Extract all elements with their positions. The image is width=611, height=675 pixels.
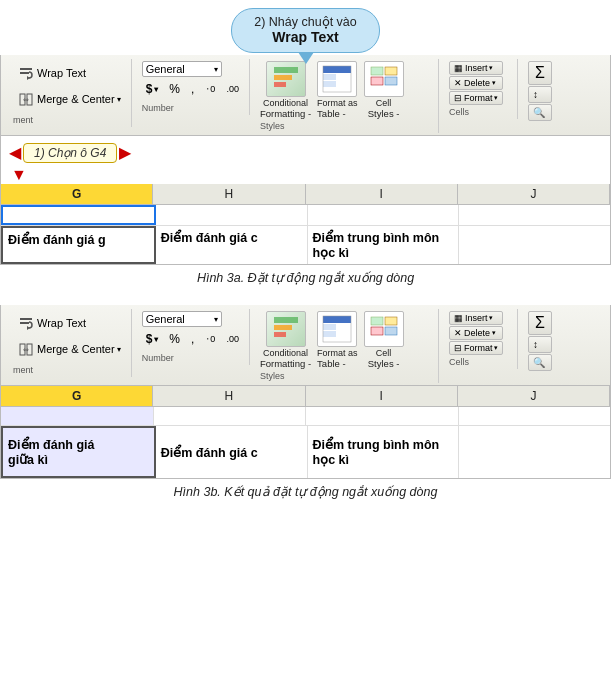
cell-styles-block[interactable]: Cell Styles - [364, 61, 404, 119]
bottom-number-format-dropdown[interactable]: General ▾ [142, 311, 222, 327]
format-button[interactable]: ⊟ Format ▾ [449, 91, 504, 105]
format-as-table-block[interactable]: Format as Table - [317, 61, 358, 119]
find-button[interactable]: 🔍 [528, 104, 552, 121]
dollar-dropdown[interactable]: ▾ [154, 85, 158, 94]
bottom-cell-G3[interactable] [1, 407, 154, 425]
cell-G3[interactable] [1, 205, 156, 225]
bottom-sheet-row2: Điểm đánh giá giữa kì Điểm đánh giá c Đi… [1, 426, 610, 478]
annotation-area: ◀ 1) Chọn ô G4 ▶ [9, 143, 131, 163]
cell-H4[interactable]: Điểm đánh giá c [156, 226, 308, 264]
bottom-cell-H3[interactable] [154, 407, 307, 425]
bottom-wrap-text-button[interactable]: Wrap Text [13, 311, 90, 335]
svg-rect-10 [323, 74, 336, 80]
bottom-delete-dropdown[interactable]: ▾ [492, 329, 496, 337]
merge-center-row: ⇔ Merge & Center ▾ [13, 87, 125, 111]
bottom-insert-button[interactable]: ▦ Insert ▾ [449, 311, 504, 325]
bottom-number-label: Number [142, 353, 174, 363]
sort-button[interactable]: ↕ [528, 86, 552, 103]
insert-dropdown[interactable]: ▾ [489, 64, 493, 72]
svg-rect-28 [323, 316, 351, 323]
bottom-cell-H4[interactable]: Điểm đánh giá c [156, 426, 308, 478]
format-as-table-icon [317, 61, 357, 97]
down-arrow-row: ▼ [1, 166, 610, 184]
header-J: J [458, 184, 610, 204]
cell-G4[interactable]: Điểm đánh giá g [1, 226, 156, 264]
bottom-merge-icon: ⇔ [17, 340, 35, 358]
dollar-button[interactable]: $ ▾ [142, 79, 163, 99]
insert-button[interactable]: ▦ Insert ▾ [449, 61, 504, 75]
bottom-sigma-buttons: Σ ↕ 🔍 [528, 311, 552, 371]
svg-rect-27 [274, 332, 286, 337]
sigma-button[interactable]: Σ [528, 61, 552, 85]
bottom-conditional-label: Conditional Formatting - [260, 348, 311, 369]
cell-I3[interactable] [308, 205, 460, 225]
svg-rect-36 [371, 327, 383, 335]
bottom-cell-G4[interactable]: Điểm đánh giá giữa kì [1, 426, 156, 478]
styles-icons: Conditional Formatting - [260, 61, 404, 119]
conditional-formatting-block[interactable]: Conditional Formatting - [260, 61, 311, 119]
bottom-format-table-label: Format as Table - [317, 348, 358, 369]
cells-label: Cells [449, 107, 469, 117]
bottom-percent-button[interactable]: % [165, 329, 184, 349]
comma-button[interactable]: , [187, 79, 198, 99]
wrap-text-button[interactable]: Wrap Text [13, 61, 90, 85]
bottom-delete-button[interactable]: ✕ Delete ▾ [449, 326, 504, 340]
bottom-cell-I3[interactable] [306, 407, 459, 425]
svg-marker-21 [27, 326, 30, 330]
bottom-conditional-formatting-block[interactable]: Conditional Formatting - [260, 311, 311, 369]
svg-rect-8 [274, 82, 286, 87]
bottom-sigma-button[interactable]: Σ [528, 311, 552, 335]
bottom-section: Wrap Text ⇔ Merge & Center ▾ ment [0, 305, 611, 507]
number-group: General ▾ $ ▾ % , ⬝0 [136, 59, 250, 115]
bottom-cell-J3[interactable] [459, 407, 611, 425]
number-format-dropdown[interactable]: General ▾ [142, 61, 222, 77]
alignment-label: ment [13, 115, 33, 125]
bottom-comma-button[interactable]: , [187, 329, 198, 349]
bottom-dollar-button[interactable]: $ ▾ [142, 329, 163, 349]
format-table-label: Format as Table - [317, 98, 358, 119]
header-I: I [306, 184, 458, 204]
down-arrow-icon: ▼ [11, 166, 27, 184]
dec-up-button[interactable]: ⬝0 [201, 81, 219, 97]
delete-dropdown[interactable]: ▾ [492, 79, 496, 87]
delete-button[interactable]: ✕ Delete ▾ [449, 76, 504, 90]
styles-group: Conditional Formatting - [254, 59, 439, 133]
svg-rect-32 [337, 331, 351, 337]
bottom-cell-styles-block[interactable]: Cell Styles - [364, 311, 404, 369]
bottom-find-button[interactable]: 🔍 [528, 354, 552, 371]
wrap-text-row: Wrap Text [13, 61, 90, 85]
cell-styles-icon [364, 61, 404, 97]
svg-rect-18 [385, 77, 397, 85]
cell-I4[interactable]: Điểm trung bình môn học kì [308, 226, 460, 264]
bottom-styles-icons: Conditional Formatting - [260, 311, 404, 369]
cell-J4[interactable] [459, 226, 610, 264]
bottom-dec-dn-button[interactable]: .00 [222, 331, 243, 347]
bottom-format-dropdown[interactable]: ▾ [494, 344, 498, 352]
number-label: Number [142, 103, 174, 113]
merge-center-button[interactable]: ⇔ Merge & Center ▾ [13, 87, 125, 111]
svg-rect-1 [20, 72, 29, 74]
bottom-cell-styles-label: Cell Styles - [368, 348, 400, 369]
bottom-format-button[interactable]: ⊟ Format ▾ [449, 341, 504, 355]
bottom-insert-dropdown[interactable]: ▾ [489, 314, 493, 322]
bottom-cell-J4[interactable] [459, 426, 610, 478]
format-icon: ⊟ [454, 93, 462, 103]
bottom-wrap-text-icon [17, 314, 35, 332]
format-dropdown[interactable]: ▾ [494, 94, 498, 102]
dec-dn-button[interactable]: .00 [222, 81, 243, 97]
svg-rect-11 [337, 74, 351, 80]
bottom-dec-up-button[interactable]: ⬝0 [201, 331, 219, 347]
percent-button[interactable]: % [165, 79, 184, 99]
bottom-format-icon: ⊟ [454, 343, 462, 353]
bottom-merge-dropdown[interactable]: ▾ [117, 345, 121, 354]
merge-dropdown-icon[interactable]: ▾ [117, 95, 121, 104]
cell-H3[interactable] [156, 205, 308, 225]
svg-rect-7 [274, 75, 292, 80]
bottom-sort-button[interactable]: ↕ [528, 336, 552, 353]
bottom-cell-I4[interactable]: Điểm trung bình môn học kì [308, 426, 460, 478]
bottom-dollar-dropdown[interactable]: ▾ [154, 335, 158, 344]
cell-J3[interactable] [459, 205, 610, 225]
cell-buttons: ▦ Insert ▾ ✕ Delete ▾ ⊟ Format ▾ [449, 61, 504, 105]
bottom-format-as-table-block[interactable]: Format as Table - [317, 311, 358, 369]
bottom-merge-center-button[interactable]: ⇔ Merge & Center ▾ [13, 337, 125, 361]
